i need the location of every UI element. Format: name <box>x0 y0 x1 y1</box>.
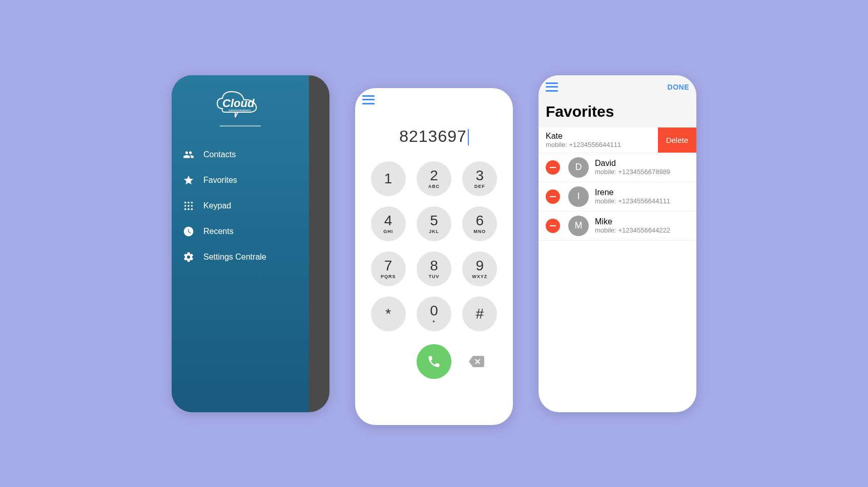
keypad-grid: 12ABC3DEF4GHI5JKL6MNO7PQRS8TUV9WXYZ*0+# <box>355 156 513 336</box>
menu-item-label: Favorites <box>203 176 237 185</box>
keypad-screen: 8213697 12ABC3DEF4GHI5JKL6MNO7PQRS8TUV9W… <box>355 88 513 425</box>
menu-drawer-screen: Cloud communications Contacts Favorites <box>172 75 329 412</box>
delete-button[interactable]: Delete <box>658 128 696 153</box>
keypad-key-1[interactable]: 1 <box>371 161 406 196</box>
star-icon <box>183 175 194 186</box>
favorite-name: Irene <box>595 188 689 197</box>
menu-item-label: Contacts <box>203 150 236 159</box>
key-number: 6 <box>476 214 484 228</box>
keypad-key-0[interactable]: 0+ <box>417 297 451 331</box>
key-number: 4 <box>384 214 392 228</box>
keypad-key-4[interactable]: 4GHI <box>371 206 406 241</box>
svg-point-3 <box>184 205 187 207</box>
menu-item-label: Recents <box>203 227 234 236</box>
backspace-button[interactable] <box>469 356 484 367</box>
remove-button[interactable] <box>546 189 560 204</box>
svg-point-8 <box>191 208 193 210</box>
favorite-phone: mobile: +1234556644111 <box>546 141 651 149</box>
menu-item-recents[interactable]: Recents <box>172 219 309 244</box>
favorite-row-swiped[interactable]: Kate mobile: +1234556644111 Delete <box>539 128 696 153</box>
menu-panel: Cloud communications Contacts Favorites <box>172 75 309 412</box>
keypad-header <box>355 88 513 112</box>
keypad-key-7[interactable]: 7PQRS <box>371 251 406 286</box>
key-letters: MNO <box>473 229 486 234</box>
menu-item-keypad[interactable]: Keypad <box>172 193 309 219</box>
dial-row <box>355 336 513 387</box>
key-number: 2 <box>430 168 438 183</box>
avatar: M <box>568 216 589 236</box>
avatar: I <box>568 186 589 207</box>
menu-item-contacts[interactable]: Contacts <box>172 142 309 167</box>
favorite-row[interactable]: IIrenemobile: +1234556644111 <box>539 182 696 211</box>
hamburger-icon[interactable] <box>546 82 558 92</box>
done-button[interactable]: DONE <box>668 83 689 91</box>
favorite-name: Mike <box>595 217 689 226</box>
key-number: # <box>476 307 484 321</box>
hamburger-icon[interactable] <box>362 95 375 104</box>
key-letters: TUV <box>428 274 439 279</box>
key-number: 3 <box>476 168 484 183</box>
backspace-icon <box>469 356 484 367</box>
keypad-key-2[interactable]: 2ABC <box>417 161 451 196</box>
key-number: 9 <box>476 259 484 273</box>
key-number: 1 <box>384 172 392 186</box>
favorite-row[interactable]: MMikemobile: +1234556644222 <box>539 211 696 241</box>
favorites-title: Favorites <box>539 99 696 128</box>
keypad-key-9[interactable]: 9WXYZ <box>462 251 497 286</box>
favorite-phone: mobile: +1234556644222 <box>595 226 689 234</box>
keypad-key-8[interactable]: 8TUV <box>417 251 451 286</box>
menu-item-settings[interactable]: Settings Centrale <box>172 244 309 270</box>
clock-icon <box>183 226 194 237</box>
key-letters: DEF <box>474 184 485 189</box>
key-letters: JKL <box>429 229 439 234</box>
keypad-key-*[interactable]: * <box>371 297 406 331</box>
key-letters: PQRS <box>381 274 396 279</box>
svg-point-1 <box>188 201 190 203</box>
favorite-name: Kate <box>546 132 651 141</box>
menu-items: Contacts Favorites Keypad Recents <box>172 137 309 275</box>
favorite-row[interactable]: DDavidmobile: +1234556678989 <box>539 153 696 182</box>
favorites-list: Kate mobile: +1234556644111 Delete DDavi… <box>539 128 696 412</box>
svg-point-0 <box>184 201 187 203</box>
app-logo: Cloud communications <box>172 80 309 137</box>
logo-text: Cloud <box>222 97 255 110</box>
menu-item-favorites[interactable]: Favorites <box>172 167 309 193</box>
call-button[interactable] <box>417 344 451 379</box>
menu-item-label: Settings Centrale <box>203 252 266 262</box>
keypad-key-6[interactable]: 6MNO <box>462 206 497 241</box>
favorite-phone: mobile: +1234556644111 <box>595 197 689 205</box>
keypad-key-3[interactable]: 3DEF <box>462 161 497 196</box>
phone-icon <box>427 354 441 369</box>
key-number: 7 <box>384 259 392 273</box>
favorites-screen: DONE Favorites Kate mobile: +12345566441… <box>539 75 696 412</box>
contacts-icon <box>183 149 194 160</box>
logo-subtext: communications <box>229 109 251 112</box>
dialed-number-display: 8213697 <box>355 112 513 156</box>
logo-underline <box>220 125 261 126</box>
key-letters: GHI <box>383 229 393 234</box>
key-letters: WXYZ <box>472 274 487 279</box>
keypad-key-#[interactable]: # <box>462 297 497 331</box>
cloud-logo-icon: Cloud communications <box>207 86 274 121</box>
key-number: * <box>385 307 391 321</box>
svg-point-5 <box>191 205 193 207</box>
menu-item-label: Keypad <box>203 201 231 210</box>
keypad-icon <box>183 200 194 211</box>
key-number: 5 <box>430 214 438 228</box>
key-letters: ABC <box>428 184 440 189</box>
key-number: 8 <box>430 259 438 273</box>
key-number: 0 <box>430 304 438 318</box>
favorite-phone: mobile: +1234556678989 <box>595 168 689 176</box>
avatar: D <box>568 157 589 178</box>
remove-button[interactable] <box>546 160 560 175</box>
key-letters: + <box>432 319 436 324</box>
svg-point-4 <box>188 205 190 207</box>
svg-point-2 <box>191 201 193 203</box>
favorites-header: DONE <box>539 75 696 99</box>
keypad-key-5[interactable]: 5JKL <box>417 206 451 241</box>
favorite-name: David <box>595 159 689 168</box>
remove-button[interactable] <box>546 219 560 233</box>
gear-icon <box>183 251 194 263</box>
svg-point-7 <box>188 208 190 210</box>
svg-point-6 <box>184 208 187 210</box>
